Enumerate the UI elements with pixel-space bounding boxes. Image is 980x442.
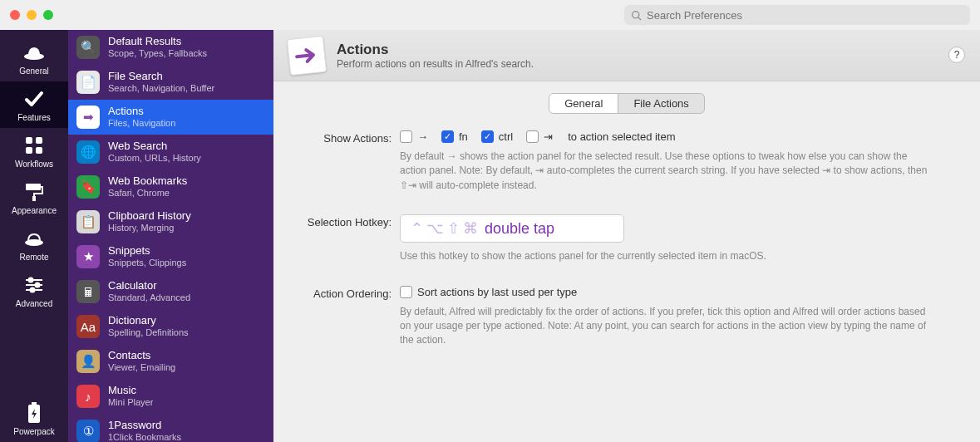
selection-hotkey-field[interactable]: ⌃ ⌥ ⇧ ⌘ double tap <box>400 214 624 243</box>
fn-label: fn <box>459 130 468 143</box>
feature-icon: 🌐 <box>76 140 100 164</box>
feature-item-actions[interactable]: ➡ActionsFiles, Navigation <box>68 100 273 135</box>
grid-icon <box>22 134 46 157</box>
ordering-label: Action Ordering: <box>288 286 400 300</box>
feature-subtitle: Mini Player <box>108 397 153 408</box>
nav-label: Features <box>17 113 50 122</box>
feature-item-clipboard-history[interactable]: 📋Clipboard HistoryHistory, Merging <box>68 204 273 239</box>
sliders-icon <box>22 273 46 297</box>
hat-icon <box>22 41 46 64</box>
feature-subtitle: Viewer, Emailing <box>108 362 175 373</box>
feature-item-file-search[interactable]: 📄File SearchSearch, Navigation, Buffer <box>68 65 273 100</box>
feature-item-default-results[interactable]: 🔍Default ResultsScope, Types, Fallbacks <box>68 30 273 65</box>
actions-header-icon <box>287 35 327 75</box>
feature-title: Music <box>108 385 153 397</box>
feature-icon: 🖩 <box>76 280 100 303</box>
ctrl-label: ctrl <box>499 130 513 143</box>
feature-title: 1Password <box>108 420 181 432</box>
feature-title: Snippets <box>108 245 186 258</box>
svg-rect-6 <box>36 147 42 154</box>
svg-rect-7 <box>26 184 41 190</box>
nav-appearance[interactable]: Appearance <box>0 174 68 221</box>
show-actions-desc: By default → shows the action panel for … <box>400 150 932 193</box>
nav-workflows[interactable]: Workflows <box>0 128 68 174</box>
nav-advanced[interactable]: Advanced <box>0 268 68 314</box>
feature-item-calculator[interactable]: 🖩CalculatorStandard, Advanced <box>68 274 273 309</box>
feature-title: Clipboard History <box>108 210 191 223</box>
battery-icon <box>22 401 46 425</box>
close-icon[interactable] <box>10 10 20 20</box>
hotkey-text: double tap <box>485 220 554 238</box>
ordering-desc: By default, Alfred will predictably fix … <box>400 305 932 348</box>
tab-file-actions[interactable]: File Actions <box>618 94 703 113</box>
minimize-icon[interactable] <box>27 10 37 20</box>
ordering-checkbox[interactable] <box>400 286 412 298</box>
feature-icon: 📋 <box>76 210 100 233</box>
feature-item-snippets[interactable]: ★SnippetsSnippets, Clippings <box>68 239 273 274</box>
show-actions-ctrl-checkbox[interactable] <box>481 130 494 143</box>
svg-rect-5 <box>26 147 32 154</box>
features-sidebar: 🔍Default ResultsScope, Types, Fallbacks📄… <box>68 30 273 442</box>
tab-general[interactable]: General <box>549 94 618 113</box>
search-icon <box>631 10 642 21</box>
nav-features[interactable]: Features <box>0 81 68 128</box>
page-title: Actions <box>337 42 534 58</box>
ordering-checkbox-label: Sort actions by last used per type <box>417 286 577 298</box>
nav-label: General <box>19 66 49 76</box>
feature-item-contacts[interactable]: 👤ContactsViewer, Emailing <box>68 344 273 379</box>
check-icon <box>22 87 46 110</box>
feature-icon: 👤 <box>76 350 100 373</box>
feature-item-web-search[interactable]: 🌐Web SearchCustom, URLs, History <box>68 135 273 169</box>
window-controls <box>10 10 53 20</box>
shift-icon: ⇧ <box>447 219 460 238</box>
svg-rect-4 <box>36 137 42 144</box>
svg-point-11 <box>29 278 33 282</box>
svg-rect-8 <box>32 196 36 201</box>
feature-subtitle: Standard, Advanced <box>108 292 190 303</box>
feature-subtitle: Scope, Types, Fallbacks <box>108 48 207 59</box>
svg-point-0 <box>633 11 639 17</box>
paint-roller-icon <box>22 180 46 204</box>
feature-subtitle: 1Click Bookmarks <box>108 432 181 442</box>
arrow-right-icon: → <box>417 130 428 143</box>
nav-label: Powerpack <box>13 427 54 436</box>
search-input[interactable] <box>647 9 963 22</box>
feature-icon: 🔖 <box>76 175 100 199</box>
caret-icon: ⌃ <box>411 219 423 238</box>
zoom-icon[interactable] <box>43 10 53 20</box>
feature-item-dictionary[interactable]: AaDictionarySpelling, Definitions <box>68 309 273 344</box>
search-preferences[interactable] <box>624 5 970 25</box>
feature-icon: ① <box>76 420 100 442</box>
show-actions-arrow-checkbox[interactable] <box>400 130 412 143</box>
feature-item-web-bookmarks[interactable]: 🔖Web BookmarksSafari, Chrome <box>68 169 273 204</box>
tabs: General File Actions <box>288 93 965 114</box>
nav-label: Appearance <box>12 206 57 215</box>
feature-icon: ➡ <box>76 106 100 129</box>
show-actions-tab-checkbox[interactable] <box>526 130 539 143</box>
feature-title: Actions <box>108 106 175 118</box>
nav-label: Remote <box>19 253 48 262</box>
help-button[interactable]: ? <box>948 47 965 63</box>
feature-subtitle: Search, Navigation, Buffer <box>108 83 214 94</box>
tab-right-icon: ⇥ <box>544 130 553 143</box>
feature-item-music[interactable]: ♪MusicMini Player <box>68 379 273 414</box>
nav-general[interactable]: General <box>0 35 68 81</box>
command-icon: ⌘ <box>463 219 478 238</box>
nav-powerpack[interactable]: Powerpack <box>0 395 68 442</box>
feature-title: Default Results <box>108 36 207 48</box>
nav-remote[interactable]: Remote <box>0 221 68 268</box>
nav-label: Workflows <box>15 160 53 169</box>
show-actions-fn-checkbox[interactable] <box>441 130 454 143</box>
feature-title: Web Search <box>108 140 201 153</box>
page-subtitle: Perform actions on results in Alfred's s… <box>337 58 534 70</box>
feature-subtitle: Custom, URLs, History <box>108 153 201 164</box>
feature-item-1password[interactable]: ①1Password1Click Bookmarks <box>68 414 273 442</box>
feature-title: Dictionary <box>108 315 189 327</box>
svg-line-1 <box>638 17 641 19</box>
show-actions-tail: to action selected item <box>568 130 675 143</box>
remote-icon <box>22 227 46 250</box>
feature-icon: Aa <box>76 315 100 338</box>
nav-label: Advanced <box>16 299 52 308</box>
svg-rect-3 <box>26 137 32 144</box>
content-pane: Actions Perform actions on results in Al… <box>273 30 980 442</box>
